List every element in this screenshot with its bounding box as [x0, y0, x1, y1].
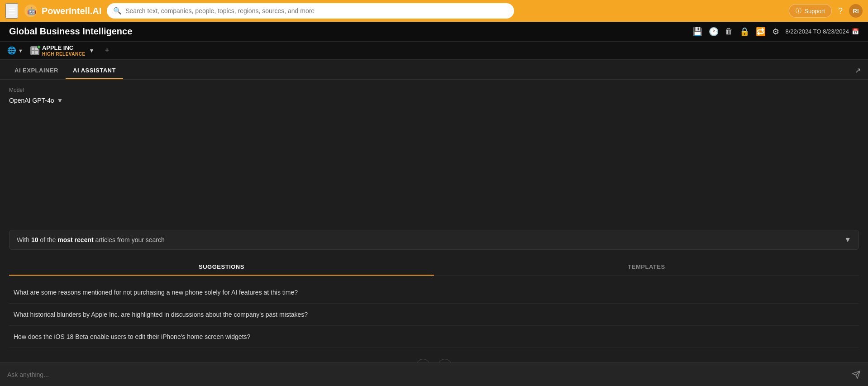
support-circle-icon: ⓘ	[796, 7, 801, 15]
send-button[interactable]	[852, 370, 861, 379]
support-label: Support	[804, 8, 825, 14]
svg-rect-5	[35, 51, 38, 54]
send-icon	[852, 370, 861, 379]
pagination-prev-button[interactable]: ‹	[416, 359, 430, 362]
ask-input[interactable]	[7, 371, 847, 378]
model-select-dropdown[interactable]: OpenAI GPT-4o ▼	[9, 95, 859, 106]
pagination-row: ‹ ›	[9, 353, 859, 362]
bottom-input-bar	[0, 362, 868, 386]
pagination-next-button[interactable]: ›	[438, 359, 452, 362]
globe-chevron: ▼	[18, 48, 23, 53]
search-input[interactable]	[125, 7, 508, 14]
entity-chip[interactable]: APPLE INC HIGH RELEVANCE ▼	[28, 43, 97, 58]
support-button[interactable]: ⓘ Support	[789, 4, 832, 18]
suggestion-item-1[interactable]: What are some reasons mentioned for not …	[9, 281, 859, 304]
tab-ai-explainer[interactable]: AI EXPLAINER	[7, 62, 66, 79]
entity-nav-row: 🌐 ▼ APPLE INC HIGH RELEVANCE ▼ +	[0, 42, 868, 60]
calendar-icon[interactable]: 📅	[852, 28, 859, 35]
model-label: Model	[9, 87, 859, 93]
main-content-area: Model OpenAI GPT-4o ▼ With 10 of the mos…	[0, 80, 868, 362]
articles-banner-chevron[interactable]: ▼	[844, 236, 851, 244]
model-value: OpenAI GPT-4o	[9, 97, 54, 104]
app-name: PowerIntell.AI	[42, 6, 101, 16]
user-avatar[interactable]: RI	[849, 4, 863, 18]
page-title: Global Business Intelligence	[9, 26, 132, 37]
history-icon[interactable]: 🕐	[709, 27, 719, 37]
secondary-tabs-bar: SUGGESTIONS TEMPLATES	[9, 259, 859, 276]
main-tabs-bar: AI EXPLAINER AI ASSISTANT ↗	[0, 60, 868, 80]
expand-icon[interactable]: ↗	[855, 66, 861, 75]
add-entity-button[interactable]: +	[102, 45, 113, 56]
svg-text:🤖: 🤖	[27, 7, 36, 15]
header-row: Global Business Intelligence 💾 🕐 🗑 🔒 🔁 ⚙…	[0, 22, 868, 42]
help-icon-button[interactable]: ?	[836, 5, 844, 18]
tab-templates[interactable]: TEMPLATES	[434, 259, 859, 276]
suggestions-list: What are some reasons mentioned for not …	[9, 281, 859, 348]
articles-banner-text: With 10 of the most recent articles from…	[17, 236, 165, 243]
model-section: Model OpenAI GPT-4o ▼	[9, 87, 859, 106]
entity-relevance: HIGH RELEVANCE	[42, 52, 86, 57]
nav-right-section: ⓘ Support ? RI	[789, 4, 863, 18]
articles-banner: With 10 of the most recent articles from…	[9, 230, 859, 250]
search-icon: 🔍	[113, 7, 122, 15]
tab-ai-assistant[interactable]: AI ASSISTANT	[66, 62, 123, 79]
most-recent-emphasis: most recent	[57, 236, 93, 243]
top-navigation: ☰ 🤖 PowerIntell.AI 🔍 ⓘ Support ? RI	[0, 0, 868, 22]
save-icon[interactable]: 💾	[692, 27, 702, 37]
lock-icon[interactable]: 🔒	[739, 27, 749, 37]
entity-chip-icon-wrapper	[30, 46, 39, 55]
globe-icon: 🌐	[7, 46, 16, 55]
model-chevron-icon: ▼	[57, 97, 63, 104]
header-toolbar: 💾 🕐 🗑 🔒 🔁 ⚙ 8/22/2024 TO 8/23/2024 📅	[692, 27, 859, 37]
svg-rect-4	[32, 51, 34, 54]
settings-icon[interactable]: ⚙	[772, 27, 779, 37]
svg-rect-2	[32, 48, 34, 50]
suggestion-item-3[interactable]: How does the iOS 18 Beta enable users to…	[9, 326, 859, 348]
logo-icon: 🤖	[24, 4, 38, 18]
search-bar[interactable]: 🔍	[107, 3, 514, 19]
articles-count: 10	[31, 236, 38, 243]
entity-name: APPLE INC	[42, 44, 86, 52]
entity-status-dot	[37, 45, 41, 49]
tab-suggestions[interactable]: SUGGESTIONS	[9, 259, 434, 276]
delete-icon[interactable]: 🗑	[725, 27, 733, 36]
hamburger-menu-button[interactable]: ☰	[5, 3, 18, 19]
suggestion-item-2[interactable]: What historical blunders by Apple Inc. a…	[9, 304, 859, 326]
date-range: 8/22/2024 TO 8/23/2024 📅	[786, 28, 859, 35]
app-logo: 🤖 PowerIntell.AI	[24, 4, 101, 18]
globe-button[interactable]: 🌐 ▼	[7, 46, 23, 55]
entity-text-block: APPLE INC HIGH RELEVANCE	[42, 44, 86, 57]
content-spacer	[9, 111, 859, 224]
entity-chevron-icon: ▼	[89, 48, 95, 54]
ai-assistant-panel: Model OpenAI GPT-4o ▼ With 10 of the mos…	[0, 80, 868, 362]
share-icon[interactable]: 🔁	[756, 27, 766, 37]
